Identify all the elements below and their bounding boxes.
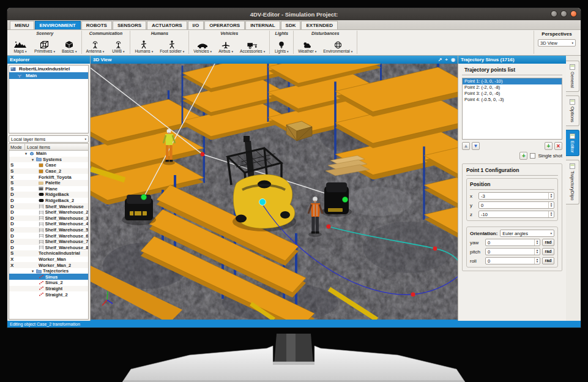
tree-item-forklift-toyota[interactable]: XForklift_Toyota [9, 174, 88, 180]
tree-item-shelf-warehouse-2[interactable]: DShelf_Warehouse_2 [9, 209, 88, 215]
ribbon-button-humans[interactable]: Humans▾ [133, 39, 154, 53]
yaw-unit-button[interactable]: rad [542, 239, 554, 246]
spinner-arrows-icon[interactable]: ▲▼ [548, 193, 554, 199]
tree-item-ridgeback[interactable]: DRidgeBack [9, 192, 88, 198]
tree-item-sinus-2[interactable]: Sinus_2 [9, 280, 88, 286]
spinner-arrows-icon[interactable]: ▲▼ [548, 202, 554, 208]
yaw-input[interactable]: 0▲▼ [485, 239, 540, 246]
tree-item-sinus[interactable]: Sinus [9, 274, 88, 280]
trajectory-points-list[interactable]: Point 1: (-3, 0, -10)Point 2: (-2, 0, -8… [462, 78, 562, 140]
ridgeback-robot-left[interactable] [122, 195, 156, 225]
tree-item-shelf-warehouse[interactable]: DShelf_Warehouse [9, 203, 88, 209]
layer-select[interactable]: Local layer items ▾ [9, 135, 89, 143]
ribbon-button-environmental[interactable]: Environmental▾ [322, 39, 354, 53]
spinner-arrows-icon[interactable]: ▲▼ [534, 258, 540, 264]
tree-item-mode: D [9, 192, 17, 197]
spinner-arrows-icon[interactable]: ▲▼ [548, 211, 554, 217]
roll-input[interactable]: 0▲▼ [485, 257, 540, 264]
ribbon-button-vehicles[interactable]: Vehicles▾ [192, 39, 213, 53]
tree-item-shelf-warehouse-6[interactable]: DShelf_Warehouse_6 [9, 233, 88, 239]
expander-icon[interactable]: ▾ [32, 269, 36, 273]
menu-tab-environment[interactable]: ENVIRONMENT [35, 21, 81, 29]
expander-icon[interactable]: ▾ [25, 151, 29, 155]
single-shot-checkbox[interactable] [530, 153, 535, 159]
maximize-button[interactable] [560, 10, 567, 17]
tree-item-case-2[interactable]: SCase_2 [9, 168, 88, 174]
side-tab-options[interactable]: Options [566, 96, 579, 126]
menu-tab-sdk[interactable]: SDK [281, 21, 301, 29]
orientation-mode-select[interactable]: Euler angles ▾ [500, 230, 554, 237]
y-input[interactable]: 0▲▼ [478, 201, 554, 209]
menu-tab-operators[interactable]: OPERATORS [204, 21, 245, 29]
side-tab-editor[interactable]: Editor [566, 130, 579, 157]
move-icon[interactable]: + [445, 56, 448, 64]
globe-icon[interactable]: ◉ [451, 56, 455, 64]
ribbon-button-accessories[interactable]: Accessories▾ [239, 39, 266, 53]
ribbon-button-maps[interactable]: Maps▾ [12, 39, 29, 53]
menu-tab-internal[interactable]: INTERNAL [245, 21, 280, 29]
menu-tab-actuators[interactable]: ACTUATORS [147, 21, 187, 29]
pitch-unit-button[interactable]: rad [542, 248, 554, 255]
tree-item-systems[interactable]: ▾Systems [9, 157, 88, 163]
roll-unit-button[interactable]: rad [542, 257, 554, 264]
tree-item-label: Shelf_Warehouse_3 [45, 215, 88, 221]
tree-item-mode: S [9, 162, 17, 168]
tree-item-straight-2[interactable]: Straight_2 [9, 291, 88, 298]
tree-item-case[interactable]: SCase [9, 162, 88, 168]
tree-item-shelf-warehouse-5[interactable]: DShelf_Warehouse_5 [9, 227, 88, 233]
menu-tab-i-o[interactable]: I/O [188, 21, 204, 29]
trajectory-point-item-4[interactable]: Point 4: (-0.5, 0, -3) [463, 97, 562, 103]
menu-tab-robots[interactable]: ROBOTS [81, 21, 112, 29]
spinner-arrows-icon[interactable]: ▲▼ [534, 239, 540, 245]
tree-item-worker-man-2[interactable]: XWorker_Man_2 [9, 262, 88, 268]
play-trajectory-button[interactable]: + [519, 152, 527, 160]
move-point-down-button[interactable]: ▼ [472, 142, 480, 150]
popout-icon[interactable]: ↗ [438, 56, 442, 64]
scene-item-main[interactable]: Main [9, 72, 88, 79]
ribbon-button-basics[interactable]: Basics▾ [61, 39, 78, 53]
tree-item-trajectories[interactable]: ▾Trajectories [9, 268, 88, 274]
ribbon-group-vehicles: VehiclesVehicles▾Airbus▾Accessories▾ [189, 31, 270, 54]
tree-item-mode: D [9, 239, 17, 244]
project-item[interactable]: RobertLinuxIndustriel [9, 66, 88, 72]
ribbon-button-uwb[interactable]: UWB▾ [110, 39, 127, 53]
ribbon-button-antenna[interactable]: Antenna▾ [85, 39, 106, 53]
tree-item-shelf-warehouse-3[interactable]: DShelf_Warehouse_3 [9, 215, 88, 222]
tree-item-palette[interactable]: SPalette [9, 180, 88, 186]
z-input[interactable]: -10▲▼ [478, 211, 554, 218]
ribbon-button-weather[interactable]: Weather▾ [297, 39, 318, 53]
tree-item-technicalindustrial[interactable]: STechnicalIndustrial [9, 250, 88, 257]
spinner-arrows-icon[interactable]: ▲▼ [534, 249, 540, 255]
move-point-up-button[interactable]: ▲ [462, 142, 470, 150]
menu-tab-sensors[interactable]: SENSORS [113, 21, 146, 29]
3d-viewport[interactable] [91, 64, 458, 320]
trajectory-point-item-1[interactable]: Point 1: (-3, 0, -10) [463, 78, 562, 84]
delete-point-button[interactable]: × [554, 142, 562, 150]
pitch-input[interactable]: 0▲▼ [485, 248, 540, 255]
menu-tab-extended[interactable]: EXTENDED [301, 21, 338, 29]
ribbon-button-lights[interactable]: Lights▾ [273, 39, 290, 53]
ribbon-button-foot-soldier[interactable]: Foot soldier▾ [158, 39, 185, 53]
tree-item-main[interactable]: ▾Main [9, 151, 88, 157]
minimize-button[interactable] [551, 10, 557, 17]
ribbon-button-primitives[interactable]: Primitives▾ [33, 39, 56, 53]
menu-tab-menu[interactable]: MENU [10, 21, 34, 29]
x-input[interactable]: -3▲▼ [478, 192, 554, 200]
ribbon-button-airbus[interactable]: Airbus▾ [217, 39, 234, 53]
tree-item-straight[interactable]: Straight [9, 286, 88, 292]
expander-icon[interactable]: ▾ [32, 157, 36, 162]
add-point-button[interactable]: + [545, 142, 553, 150]
tree-item-plane[interactable]: SPlane [9, 186, 88, 192]
tree-item-ridgeback-2[interactable]: DRidgeBack_2 [9, 198, 88, 204]
tree-item-shelf-warehouse-7[interactable]: DShelf_Warehouse_7 [9, 239, 88, 245]
side-tab-general[interactable]: General [566, 61, 579, 92]
side-tab-trajectorydipo[interactable]: TrajectoryDipo [566, 160, 579, 204]
title-bar[interactable]: 4DV-Editor - Simulation Project: [7, 8, 581, 20]
tree-item-worker-man[interactable]: XWorker_Man [9, 257, 88, 263]
tree-item-shelf-warehouse-4[interactable]: DShelf_Warehouse_4 [9, 221, 88, 227]
trajectory-point-item-3[interactable]: Point 3: (-2, 0, -6) [463, 91, 562, 97]
close-button[interactable] [570, 10, 577, 17]
tree-item-shelf-warehouse-8[interactable]: DShelf_Warehouse_8 [9, 245, 88, 251]
trajectory-point-item-2[interactable]: Point 2: (-2, 0, -8) [463, 84, 562, 91]
perspective-select[interactable]: 3D View ▾ [538, 39, 576, 47]
